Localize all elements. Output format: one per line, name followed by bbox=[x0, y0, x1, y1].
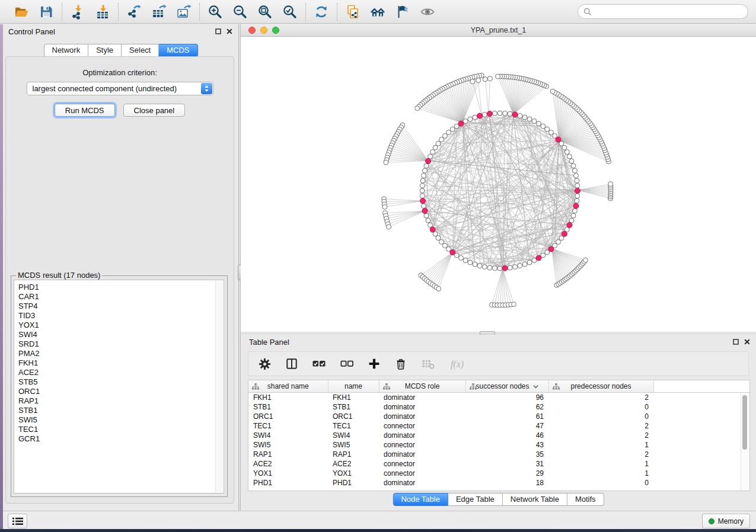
mcds-result-item[interactable]: STB5 bbox=[18, 377, 224, 387]
ring-node[interactable] bbox=[433, 145, 438, 150]
ring-node[interactable] bbox=[468, 117, 473, 121]
delete-column-button[interactable] bbox=[395, 357, 407, 371]
ring-node[interactable] bbox=[468, 260, 473, 265]
import-network-button[interactable] bbox=[69, 3, 87, 21]
ring-node[interactable] bbox=[422, 204, 426, 209]
ring-node[interactable] bbox=[575, 178, 579, 183]
import-table-button[interactable] bbox=[94, 3, 111, 21]
save-session-button[interactable] bbox=[37, 3, 55, 21]
mcds-result-item[interactable]: CAR1 bbox=[18, 292, 224, 302]
ring-node[interactable] bbox=[573, 209, 578, 213]
window-minimize-light[interactable] bbox=[260, 27, 267, 34]
ring-node[interactable] bbox=[442, 133, 447, 138]
table-panel-tab-edge-table[interactable]: Edge Table bbox=[448, 493, 503, 506]
hide-selected-button[interactable] bbox=[394, 3, 412, 21]
mcds-result-item[interactable]: GCR1 bbox=[18, 434, 224, 444]
ring-node[interactable] bbox=[567, 154, 572, 159]
ring-node[interactable] bbox=[545, 127, 550, 132]
leaf-node[interactable] bbox=[483, 77, 487, 82]
ring-node[interactable] bbox=[439, 239, 444, 244]
ring-node[interactable] bbox=[482, 265, 487, 270]
ring-node[interactable] bbox=[571, 213, 576, 218]
ring-node[interactable] bbox=[575, 183, 580, 188]
ring-node[interactable] bbox=[492, 111, 497, 116]
mcds-result-item[interactable]: ACE2 bbox=[18, 368, 224, 377]
table-scrollbar[interactable] bbox=[741, 393, 749, 491]
column-header-predecessor-nodes[interactable]: predecessor nodes bbox=[548, 380, 653, 393]
close-panel-icon[interactable] bbox=[744, 339, 750, 345]
settings-button[interactable] bbox=[259, 357, 271, 371]
mcds-result-item[interactable]: SRD1 bbox=[18, 339, 224, 349]
table-row[interactable]: PHD1PHD1dominator180 bbox=[248, 478, 749, 488]
column-layout-button[interactable] bbox=[286, 357, 298, 371]
ring-node[interactable] bbox=[482, 113, 487, 117]
ring-node[interactable] bbox=[428, 154, 433, 159]
first-neighbors-button[interactable] bbox=[369, 3, 387, 21]
leaf-node[interactable] bbox=[470, 79, 475, 84]
mcds-node[interactable] bbox=[556, 137, 561, 142]
float-window-icon[interactable] bbox=[215, 28, 221, 34]
leaf-node[interactable] bbox=[512, 302, 516, 307]
ring-node[interactable] bbox=[575, 198, 579, 203]
mcds-node[interactable] bbox=[477, 113, 483, 118]
export-document-button[interactable] bbox=[344, 3, 362, 21]
ring-node[interactable] bbox=[518, 264, 522, 268]
close-panel-button[interactable]: Close panel bbox=[123, 104, 186, 117]
select-all-button[interactable] bbox=[312, 357, 326, 371]
ring-node[interactable] bbox=[508, 265, 512, 270]
close-panel-icon[interactable] bbox=[227, 28, 232, 34]
ring-node[interactable] bbox=[430, 150, 435, 155]
mcds-result-item[interactable]: FKH1 bbox=[18, 358, 224, 368]
leaf-node[interactable] bbox=[608, 182, 613, 187]
ring-node[interactable] bbox=[532, 119, 537, 124]
mcds-node[interactable] bbox=[562, 231, 567, 236]
control-panel-tab-mcds[interactable]: MCDS bbox=[159, 44, 197, 57]
ring-node[interactable] bbox=[420, 188, 425, 193]
deselect-all-button[interactable] bbox=[340, 357, 353, 371]
mcds-node[interactable] bbox=[422, 208, 428, 213]
ring-node[interactable] bbox=[497, 111, 502, 116]
add-column-button[interactable] bbox=[368, 357, 380, 371]
ring-node[interactable] bbox=[562, 145, 567, 150]
control-panel-tab-network[interactable]: Network bbox=[43, 44, 88, 57]
control-panel-tab-select[interactable]: Select bbox=[122, 44, 159, 57]
ring-node[interactable] bbox=[569, 218, 574, 223]
memory-button[interactable]: Memory bbox=[702, 514, 750, 528]
table-row[interactable]: TEC1TEC1connector472 bbox=[248, 421, 749, 431]
column-header-name[interactable]: name bbox=[328, 380, 379, 393]
ring-node[interactable] bbox=[522, 262, 527, 267]
ring-node[interactable] bbox=[426, 218, 430, 223]
ring-node[interactable] bbox=[436, 141, 441, 146]
ring-node[interactable] bbox=[556, 239, 561, 244]
mcds-result-list[interactable]: PHD1CAR1STP4TID3YOX1SWI4SRD1PMA2FKH1ACE2… bbox=[14, 280, 224, 493]
zoom-out-button[interactable] bbox=[231, 3, 249, 21]
mcds-node[interactable] bbox=[420, 198, 426, 204]
mcds-result-item[interactable]: PHD1 bbox=[18, 283, 224, 292]
mcds-node[interactable] bbox=[502, 265, 508, 271]
ring-node[interactable] bbox=[473, 262, 477, 267]
ring-node[interactable] bbox=[422, 173, 426, 178]
mcds-node[interactable] bbox=[548, 246, 554, 252]
table-panel-tab-motifs[interactable]: Motifs bbox=[567, 493, 604, 506]
mcds-node[interactable] bbox=[450, 249, 455, 255]
ring-node[interactable] bbox=[473, 115, 477, 120]
export-network-button[interactable] bbox=[125, 3, 143, 21]
table-row[interactable]: STB1STB1dominator620 bbox=[248, 402, 749, 412]
search-box[interactable] bbox=[578, 4, 748, 19]
automation-panel-button[interactable] bbox=[8, 514, 27, 528]
leaf-node[interactable] bbox=[387, 225, 391, 229]
table-panel-tab-network-table[interactable]: Network Table bbox=[503, 493, 567, 506]
show-all-button[interactable] bbox=[419, 3, 436, 21]
window-maximize-light[interactable] bbox=[272, 27, 279, 34]
ring-node[interactable] bbox=[439, 137, 444, 142]
search-input[interactable] bbox=[595, 5, 748, 18]
ring-node[interactable] bbox=[492, 266, 497, 271]
mcds-node[interactable] bbox=[458, 121, 464, 126]
table-row[interactable]: YOX1YOX1connector291 bbox=[248, 469, 749, 478]
table-row[interactable]: SWI4SWI4dominator462 bbox=[248, 431, 749, 440]
mcds-result-item[interactable]: TEC1 bbox=[18, 425, 224, 434]
mcds-result-item[interactable]: SWI5 bbox=[18, 415, 224, 425]
float-window-icon[interactable] bbox=[733, 339, 739, 345]
mcds-result-item[interactable]: PMA2 bbox=[18, 349, 224, 358]
ring-node[interactable] bbox=[463, 258, 468, 263]
